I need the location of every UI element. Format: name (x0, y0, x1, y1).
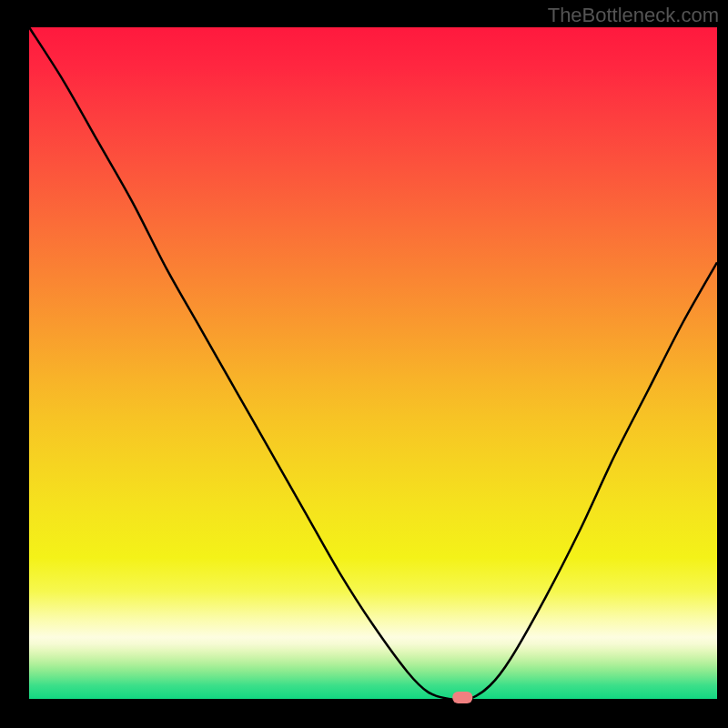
plot-background (29, 27, 717, 699)
bottleneck-chart (0, 0, 728, 728)
optimal-marker (452, 692, 472, 703)
chart-frame: TheBottleneck.com (0, 0, 728, 728)
watermark-text: TheBottleneck.com (548, 4, 719, 27)
